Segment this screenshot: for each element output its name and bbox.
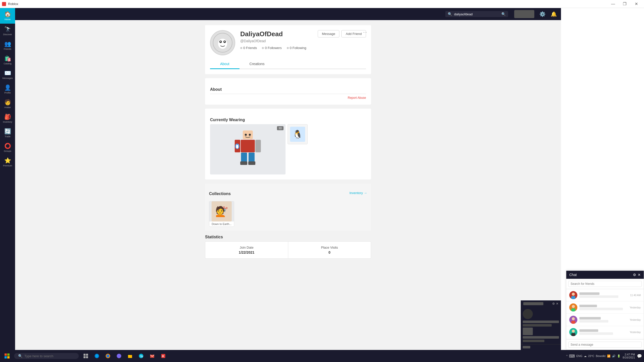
taskbar-sound-icon[interactable]: 🔊 [612, 354, 616, 358]
sidebar-item-discover[interactable]: 🔭 Discover [0, 24, 15, 38]
header-search-input[interactable] [454, 12, 499, 16]
chat-close-icon[interactable]: ✕ [638, 273, 641, 277]
avatar-container [210, 30, 235, 55]
taskbar-lang-icon: ENG [576, 354, 582, 357]
svg-rect-29 [571, 321, 575, 324]
svg-point-4 [220, 41, 221, 42]
minimize-button[interactable]: — [607, 0, 619, 8]
inventory-link[interactable]: Inventory → [349, 191, 367, 195]
collection-item-0[interactable]: 💇 Down to Earth... [209, 201, 234, 227]
sidebar-item-trade[interactable]: 🔄 Trade [0, 126, 15, 140]
search-submit-icon[interactable]: 🔍 [501, 12, 506, 16]
header-search-box[interactable]: 🔍 🔍 [445, 11, 508, 17]
mini-chat-settings-icon[interactable]: ⚙ [552, 302, 555, 305]
taskbar-chevron-icon[interactable]: ^ [566, 354, 568, 357]
wearing-grid: 3D 🐧 [210, 124, 366, 174]
messages-icon: ✉️ [4, 70, 11, 76]
taskbar-mail-icon[interactable] [147, 351, 157, 361]
chat-message-input[interactable] [568, 342, 642, 348]
svg-point-50 [117, 354, 121, 358]
sidebar-item-home[interactable]: 🏠 Home [0, 8, 15, 24]
chat-info-4 [579, 329, 628, 335]
restore-button[interactable]: ❐ [619, 0, 630, 8]
statistics-title: Statistics [205, 235, 371, 239]
add-friend-button[interactable]: Add Friend [341, 30, 366, 37]
svg-rect-14 [249, 153, 255, 163]
start-button[interactable] [2, 351, 12, 361]
sidebar-item-catalog[interactable]: 🛍️ Catalog [0, 53, 15, 67]
main-scroll[interactable]: 🔍 🔍 ⚙️ 🔔 [15, 8, 561, 362]
report-abuse-link[interactable]: Report Abuse [210, 96, 366, 100]
chat-area: ⚙ ✕ Chat [561, 8, 644, 362]
mini-chat-line3 [523, 328, 533, 335]
svg-text:🛍: 🛍 [140, 354, 143, 358]
taskbar-notification-icon[interactable]: 💬 [637, 354, 642, 358]
settings-icon[interactable]: ⚙️ [539, 11, 546, 17]
main-area: 🔍 🔍 ⚙️ 🔔 [15, 8, 644, 362]
more-options-button[interactable]: ··· [363, 29, 367, 35]
chat-search-input[interactable] [568, 281, 642, 287]
mini-chat-close-icon[interactable]: ✕ [556, 302, 558, 305]
sidebar-item-friends[interactable]: 👥 Friends [0, 38, 15, 53]
collection-item-name-0: Down to Earth... [209, 221, 234, 227]
chat-time-4: Yesterday [630, 331, 641, 334]
chat-name-4 [579, 329, 598, 332]
taskbar-explorer-icon[interactable] [125, 351, 135, 361]
sidebar-item-profile[interactable]: 👤 Profile [0, 82, 15, 97]
tab-creations[interactable]: Creations [239, 59, 275, 69]
taskbar-roblox-icon[interactable]: R [158, 351, 168, 361]
svg-point-18 [236, 145, 238, 149]
discover-icon: 🔭 [4, 26, 11, 33]
sidebar-label-home: Home [5, 18, 11, 21]
chat-title: Chat [569, 273, 577, 277]
sidebar-item-messages[interactable]: ✉️ Messages [0, 67, 15, 82]
svg-text:R: R [162, 355, 164, 358]
chat-settings-icon[interactable]: ⚙ [633, 273, 636, 277]
sidebar-label-avatar: Avatar [4, 106, 11, 109]
mini-chat-send-btn [523, 346, 530, 348]
svg-rect-32 [571, 333, 575, 336]
sidebar-item-premium[interactable]: ⭐ Premium [0, 155, 15, 169]
tab-about[interactable]: About [210, 59, 239, 69]
svg-rect-46 [86, 356, 88, 358]
svg-rect-43 [84, 354, 86, 356]
taskbar-firefox-icon[interactable] [103, 351, 113, 361]
chat-item-4[interactable]: Yesterday [566, 326, 644, 338]
sidebar-item-inventory[interactable]: 🎒 Inventory [0, 111, 15, 126]
chat-item-1[interactable]: 11:40 AM [566, 289, 644, 301]
svg-point-1 [218, 39, 227, 49]
taskbar-right: ^ ⌨ ENG ☁ 23°C Bewolkt 📶 🔊 🔋 2:47 PM 8/1… [566, 353, 642, 359]
inventory-icon: 🎒 [4, 114, 11, 120]
taskbar-taskview-icon[interactable] [81, 351, 91, 361]
wearing-item-penguin[interactable]: 🐧 [288, 124, 308, 144]
taskbar-app3-icon[interactable] [114, 351, 124, 361]
taskbar-battery-icon: 🔋 [617, 354, 621, 358]
svg-rect-12 [255, 140, 261, 152]
chat-avatar-2 [569, 303, 577, 311]
close-button[interactable]: ✕ [630, 0, 642, 8]
sidebar-label-groups: Groups [4, 150, 11, 152]
followers-stat: 0 Followers [262, 46, 281, 50]
svg-rect-9 [241, 140, 255, 152]
taskbar-search-input[interactable] [24, 354, 75, 358]
message-button[interactable]: Message [318, 30, 340, 37]
taskbar-search[interactable]: 🔍 [14, 353, 79, 359]
stats-grid: Join Date 1/22/2021 Place Visits 0 [205, 241, 371, 259]
taskbar-store-icon[interactable]: 🛍 [136, 351, 146, 361]
svg-rect-45 [84, 356, 86, 358]
sidebar-item-avatar[interactable]: 🧑 Avatar [0, 97, 15, 111]
avatar-icon: 🧑 [4, 99, 11, 106]
taskbar-edge-icon[interactable] [92, 351, 102, 361]
mini-chat-line1 [523, 321, 559, 323]
chat-item-2[interactable]: Yesterday [566, 301, 644, 314]
sidebar-item-groups[interactable]: ⭕ Groups [0, 140, 15, 155]
profile-handle: @DaliyaOfDead [240, 39, 313, 43]
windows-logo [5, 353, 10, 358]
taskbar-keyboard-icon[interactable]: ⌨ [569, 354, 575, 358]
mini-chat-body [521, 307, 561, 344]
sidebar-label-friends: Friends [4, 48, 11, 50]
notification-icon[interactable]: 🔔 [551, 11, 557, 17]
chat-item-3[interactable]: Yesterday [566, 314, 644, 326]
title-bar-left: Roblox [2, 2, 18, 6]
svg-point-8 [249, 134, 251, 136]
